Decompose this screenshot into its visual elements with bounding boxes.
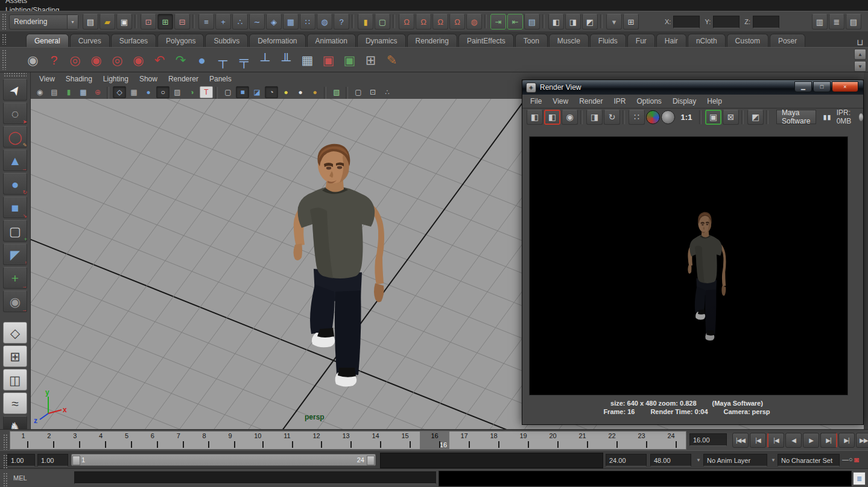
tab-surfaces[interactable]: Surfaces [111,34,156,47]
transform-fields-collapse[interactable]: ▾ [606,14,622,30]
tab-general[interactable]: General [26,34,69,47]
graph-persp-layout-button[interactable]: ≈ [3,392,27,414]
minimize-button[interactable]: ▁ [794,81,812,92]
maximize-button[interactable]: □ [813,81,831,92]
mask-deformations-button[interactable]: ▦ [283,14,299,30]
ipr-region-render-button[interactable]: ∷ [629,110,645,125]
last-tool-used[interactable]: ◉ → [3,291,27,312]
frame-2[interactable]: 2 [36,432,62,449]
mask-rendering-button[interactable]: ◍ [317,14,332,30]
tab-muscle[interactable]: Muscle [549,34,589,47]
tab-rendering[interactable]: Rendering [407,34,457,47]
shelf-duplicate-special-button[interactable]: ▣ [340,50,360,70]
close-button[interactable]: × [832,81,858,92]
mask-surfaces-button[interactable]: ◈ [266,14,282,30]
animation-end-field[interactable] [650,454,691,467]
menu-assets[interactable]: Assets [0,0,65,5]
shelf-camera-zoom-button[interactable]: ◉ [128,50,148,70]
tab-deformation[interactable]: Deformation [249,34,305,47]
frame-22[interactable]: 22 [597,432,627,449]
tab-painteffects[interactable]: PaintEffects [458,34,514,47]
go-to-end-button[interactable]: ▶▶| [856,433,868,448]
auto-keyframe-toggle-icon[interactable]: ◙ [854,455,859,464]
outliner-persp-layout-button[interactable]: ◫ [3,369,27,391]
four-pane-layout-button[interactable]: ⊞ [3,345,27,367]
rv-menu-view[interactable]: View [547,96,574,106]
rv-menu-file[interactable]: File [525,96,547,106]
move-tool[interactable]: ▲ → [3,149,27,171]
shelf-projector-button[interactable]: ◉ [23,50,43,70]
tab-curves[interactable]: Curves [70,34,110,47]
rim-light-button[interactable]: ● [308,86,322,98]
open-render-settings-button[interactable]: ◩ [747,110,764,125]
menu-set-selector[interactable]: Rendering ▼ [9,14,78,30]
frame-ruler[interactable]: 1 2 3 4 5 6 7 8 [10,431,686,450]
shelf-camera-dolly-button[interactable]: ◎ [107,50,127,70]
frame-21[interactable]: 21 [568,432,597,449]
step-forward-key-button[interactable]: ▶| [820,433,837,448]
save-scene-button[interactable]: ▣ [116,14,132,30]
remove-image-button[interactable]: ⊠ [723,110,739,125]
mask-curves-button[interactable]: ∼ [249,14,265,30]
panel-menu-shading[interactable]: Shading [60,74,98,84]
frame-15[interactable]: 15 [390,432,420,449]
alpha-channel-button[interactable] [661,110,675,124]
go-to-start-button[interactable]: |◀◀ [732,433,749,448]
select-hierarchy-mode-button[interactable]: ⊡ [141,14,156,30]
command-line-drag-handle[interactable] [3,473,8,487]
frame-16[interactable]: 16 16 [420,432,449,449]
z-coord-input[interactable] [753,16,779,28]
mask-handles-button[interactable]: ∴ [232,14,248,30]
tab-dynamics[interactable]: Dynamics [357,34,406,47]
paint-selection-tool[interactable]: ◯ ✎ [3,126,27,148]
tab-hair[interactable]: Hair [656,34,686,47]
tab-polygons[interactable]: Polygons [157,34,204,47]
frame-5[interactable]: 5 [114,432,140,449]
shelf-group-button[interactable]: ┬ [213,50,233,70]
panel-menu-show[interactable]: Show [134,74,163,84]
tab-animation[interactable]: Animation [307,34,356,47]
shelf-unparent-button[interactable]: ╨ [276,50,296,70]
frame-14[interactable]: 14 [361,432,390,449]
construction-history-button[interactable]: ▤ [524,14,540,30]
shelf-trash-icon[interactable]: ⊔ [852,37,868,47]
pause-ipr-button[interactable]: ▮▮ [823,113,832,121]
shelf-hypergraph-button[interactable]: ▦ [297,50,317,70]
x-coord-input[interactable] [673,16,700,28]
time-slider-drag-handle[interactable] [3,434,8,450]
shelf-icons-drag-handle[interactable] [2,49,7,70]
shelf-undo-button[interactable]: ↶ [150,50,169,70]
shelf-camera-orbit-button[interactable]: ◎ [65,50,85,70]
tab-fluids[interactable]: Fluids [590,34,626,47]
refresh-ipr-button[interactable]: ↻ [604,110,620,125]
shelf-drag-handle[interactable] [2,34,7,45]
anim-layer-selector[interactable]: No Anim Layer [703,454,767,467]
command-input[interactable] [74,471,436,484]
rv-menu-help[interactable]: Help [702,96,727,106]
image-plane-button[interactable]: ▦ [77,86,90,98]
rendered-image-area[interactable] [529,136,848,395]
frame-10[interactable]: 10 [243,432,273,449]
shelf-scroll-down-button[interactable]: ▼ [854,61,866,72]
rotate-tool[interactable]: ● ↻ [3,173,27,195]
input-connections-button[interactable]: ⇥ [490,14,506,30]
two-d-pan-zoom-button[interactable]: ⊕ [91,86,104,98]
use-all-lights-button[interactable]: ◔ [265,86,278,98]
play-forwards-button[interactable]: ▶ [803,433,819,448]
frame-all-button[interactable]: ⊡ [366,86,379,98]
frame-18[interactable]: 18 [479,432,508,449]
select-component-mode-button[interactable]: ⊟ [174,14,190,30]
set-key-icon[interactable]: —○ [842,456,853,463]
channel-box-toggle[interactable]: ▤ [846,14,861,30]
frame-19[interactable]: 19 [508,432,538,449]
shelf-duplicate-button[interactable]: ▣ [318,50,338,70]
snapshot-button[interactable]: ◉ [562,110,578,125]
rv-menu-render[interactable]: Render [574,96,608,106]
playback-end-field[interactable] [606,454,647,467]
frame-12[interactable]: 12 [302,432,331,449]
rv-menu-ipr[interactable]: IPR [609,96,632,106]
frame-3[interactable]: 3 [62,432,88,449]
textured-cube-button[interactable]: ◪ [250,86,264,98]
fill-light-button[interactable]: ● [294,86,307,98]
panel-menu-renderer[interactable]: Renderer [163,74,204,84]
